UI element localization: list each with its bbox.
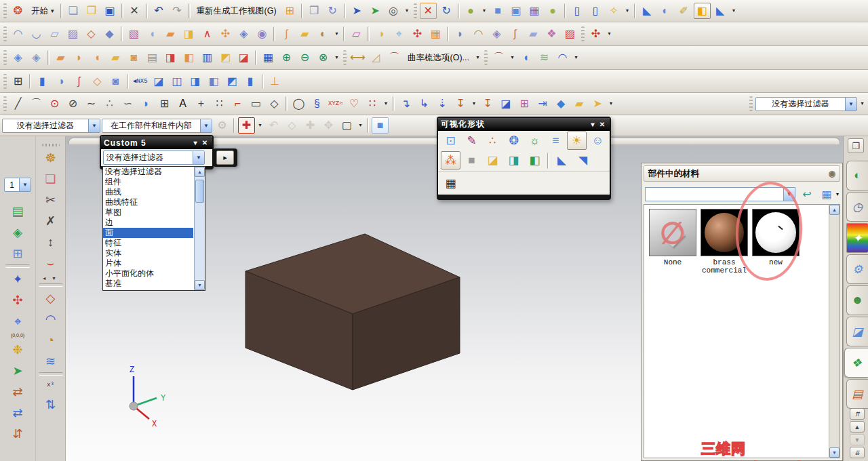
replace-face-button[interactable]: ◠	[41, 309, 61, 329]
window-cascade-button[interactable]: ❒	[306, 3, 323, 19]
start-menu-button[interactable]: 开始	[28, 3, 58, 19]
sheet-normal-button[interactable]: ⇅	[41, 395, 61, 414]
copy-object-button[interactable]: ⇄	[7, 403, 28, 422]
measure-angle-button[interactable]: ◿	[368, 49, 384, 66]
actor-view-button[interactable]: ☺	[588, 132, 608, 150]
move-handle-button[interactable]: ✥	[320, 117, 337, 134]
repair-face-button[interactable]: ◔	[41, 330, 61, 350]
scroll-down-arrow[interactable]: ▼	[195, 280, 205, 290]
filter-option-face[interactable]: 面	[103, 228, 193, 238]
curvature-comb-icon[interactable]: ⌒	[386, 49, 403, 66]
extract-curve-button[interactable]: ➤	[589, 96, 606, 112]
arc-button[interactable]: ⌒	[28, 96, 45, 112]
dropdown-arrow[interactable]: ▾	[357, 117, 364, 134]
update-display-button[interactable]: ⊞	[281, 3, 298, 19]
comb-analysis-button[interactable]: ⌒	[490, 49, 507, 66]
fit-view-button[interactable]: ✕	[420, 3, 437, 19]
filter-option-sheet[interactable]: 片体	[103, 258, 193, 268]
custom5-filter-combo[interactable]: 没有选择过滤器	[103, 151, 205, 165]
dropdown-arrow[interactable]: ▾	[608, 96, 615, 112]
thicken-button[interactable]: ▰	[296, 26, 313, 42]
true-shading-button[interactable]: ◐	[657, 3, 674, 19]
iso-orient-button[interactable]: ◧	[694, 3, 711, 19]
cylinder-button[interactable]: ▮	[242, 73, 259, 89]
swoop-button[interactable]: ◑	[372, 26, 389, 42]
wcs-dynamics-button[interactable]: ✣	[7, 290, 28, 310]
filter-option-solid[interactable]: 实体	[103, 248, 193, 258]
comb-options-button[interactable]: 曲率梳选项(O)...	[404, 49, 473, 66]
curve-length-button[interactable]: ↕	[41, 232, 61, 252]
variational-sweep-button[interactable]: ◇	[89, 73, 106, 89]
transform-object-button[interactable]: ⇵	[7, 424, 28, 443]
intersect-button[interactable]: ⊗	[315, 49, 332, 66]
wireframe-button[interactable]: ▦	[526, 3, 543, 19]
new-view-button[interactable]: ✧	[606, 3, 623, 19]
bridge-surface-button[interactable]: ◆	[101, 26, 118, 42]
offset-emboss-button[interactable]: ⊥	[267, 73, 283, 89]
offset-surface-button[interactable]: ▰	[162, 26, 179, 42]
pane-next-button[interactable]: ➤	[349, 3, 366, 19]
flange-button[interactable]: ▰	[107, 49, 124, 66]
scroll-up-arrow[interactable]: ▲	[829, 205, 840, 215]
helix-button[interactable]: §	[309, 96, 326, 112]
move-object-button[interactable]: ⇄	[7, 382, 28, 401]
solid-block[interactable]	[245, 234, 460, 390]
curve-mesh-button[interactable]: ▱	[46, 26, 63, 42]
ripple-surface-button[interactable]: ≋	[41, 351, 61, 371]
dropdown-arrow[interactable]: ▾	[403, 3, 411, 19]
find-component-button[interactable]: ⚙	[214, 117, 231, 134]
find-button[interactable]: ◎	[385, 3, 402, 19]
dropdown-arrow[interactable]: ▾	[606, 26, 613, 42]
open-file-button[interactable]: ❐	[83, 3, 100, 19]
wcs-display-button[interactable]: ✦	[7, 269, 28, 289]
refresh-button[interactable]: ↻	[438, 3, 455, 19]
filter-option-datum[interactable]: 基准	[103, 279, 193, 289]
draft-body-button[interactable]: ◈	[9, 49, 26, 66]
bridge-curve-button[interactable]: ◪	[498, 96, 515, 112]
close-icon[interactable]: ✕	[200, 139, 210, 146]
trim-curve-button[interactable]: ✂	[41, 190, 61, 209]
soft-blend-button[interactable]: ◈	[488, 26, 505, 42]
i-form-button[interactable]: ▨	[561, 26, 578, 42]
clip-section-button[interactable]: ✐	[675, 3, 692, 19]
filter-option-curve[interactable]: 曲线	[103, 187, 193, 197]
ruled-surface-button[interactable]: ◠	[9, 26, 26, 42]
reset-filter-button[interactable]: ↩	[799, 186, 815, 202]
styled-corner-button[interactable]: ∫	[507, 26, 524, 42]
sew-button[interactable]: ∫	[278, 26, 295, 42]
law-extension-button[interactable]: ✣	[217, 26, 234, 42]
scene-editor-button[interactable]: ◪	[483, 151, 502, 169]
enlarge-button[interactable]: ◈	[235, 26, 252, 42]
layer-category-button[interactable]: ⊞	[7, 243, 28, 263]
through-curves-button[interactable]: ◡	[28, 26, 45, 42]
shaded-view-button[interactable]: ■	[490, 3, 507, 19]
filter-option-component[interactable]: 组件	[103, 177, 193, 187]
pocket-button[interactable]: ◨	[187, 73, 204, 89]
spline-button[interactable]: ∼	[83, 96, 100, 112]
roles-tab[interactable]: ☻	[846, 285, 868, 315]
regenerate-work-view-button[interactable]: 重新生成工作视图(G)	[193, 3, 280, 19]
scroll-down-arrow[interactable]: ▼	[829, 447, 840, 458]
offset-face-button[interactable]: ◪	[235, 49, 252, 66]
quickpick-button[interactable]: ◇	[283, 117, 300, 134]
pane-left-button[interactable]: ▯	[569, 3, 586, 19]
layer-visible-in-view-button[interactable]: ◈	[7, 222, 28, 242]
material-search-combo[interactable]: ▼	[645, 187, 795, 201]
surface-analysis-button[interactable]: ◠	[554, 49, 571, 66]
snapshot-button[interactable]: ⊡	[441, 132, 460, 150]
dropdown-arrow[interactable]: ▾	[572, 49, 580, 66]
bounded-plane-button[interactable]: ♡	[346, 96, 363, 112]
rotate-view-button[interactable]: ↻	[324, 3, 341, 19]
draft-face-button[interactable]: ◈	[28, 49, 45, 66]
unite-button[interactable]: ⊕	[278, 49, 295, 66]
extension-button[interactable]: ◖	[144, 26, 161, 42]
sketch-rect-button[interactable]: ⊞	[156, 96, 173, 112]
bend-sheet-button[interactable]: ◗	[71, 49, 87, 66]
tools-tab[interactable]: ⚙	[846, 254, 868, 284]
palette-menu-icon[interactable]: ▾	[191, 139, 200, 146]
csg-preview-button[interactable]: ▦	[441, 174, 460, 193]
rollback-edit-button[interactable]: ☸	[41, 148, 61, 167]
styled-sweep-button[interactable]: ▰	[525, 26, 542, 42]
shaded-cube-toggle[interactable]: ■	[372, 117, 389, 134]
extrude-button[interactable]: ▮	[34, 73, 51, 89]
